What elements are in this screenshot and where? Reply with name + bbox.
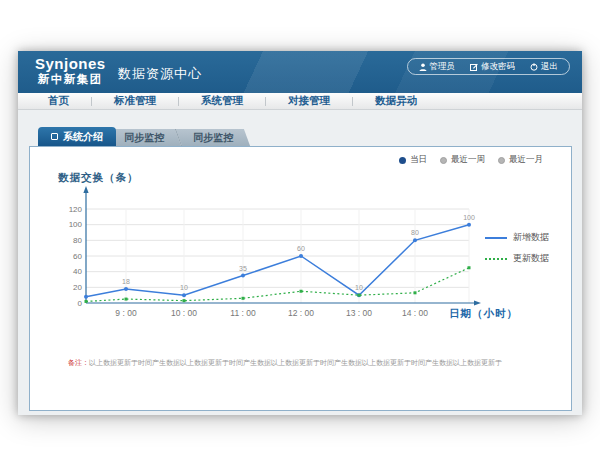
svg-text:11 : 00: 11 : 00 bbox=[230, 308, 256, 318]
tab-system-intro[interactable]: 系统介绍 bbox=[38, 127, 116, 146]
radio-dot-icon bbox=[498, 157, 505, 164]
filter-last-week[interactable]: 最近一周 bbox=[440, 154, 485, 166]
filter-label: 最近一月 bbox=[509, 154, 543, 166]
svg-text:80: 80 bbox=[411, 229, 419, 236]
nav-item-system-mgmt[interactable]: 系统管理 bbox=[179, 94, 265, 108]
svg-text:0: 0 bbox=[78, 299, 83, 308]
filter-last-month[interactable]: 最近一月 bbox=[498, 154, 543, 166]
page-title: 数据资源中心 bbox=[118, 65, 202, 83]
svg-text:120: 120 bbox=[69, 205, 83, 214]
document-icon bbox=[51, 133, 58, 140]
user-menu: 管理员 修改密码 退出 bbox=[407, 58, 571, 75]
legend-item-updated-data: 更新数据 bbox=[485, 252, 549, 265]
svg-text:10: 10 bbox=[180, 284, 188, 291]
tab-label: 系统介绍 bbox=[63, 130, 103, 144]
footnote-text: 以上数据更新于时间产生数据以上数据更新于时间产生数据以上数据更新于时间产生数据以… bbox=[89, 359, 502, 366]
line-chart: 0204060801001209 : 0010 : 0011 : 0012 : … bbox=[68, 186, 548, 346]
main-nav: 首页 标准管理 系统管理 对接管理 数据异动 bbox=[18, 93, 582, 110]
radio-dot-icon bbox=[440, 157, 447, 164]
change-password-button[interactable]: 修改密码 bbox=[470, 61, 515, 73]
radio-dot-icon bbox=[399, 157, 406, 164]
svg-text:60: 60 bbox=[73, 252, 82, 261]
power-icon bbox=[530, 63, 538, 71]
legend-label: 新增数据 bbox=[513, 231, 549, 244]
svg-text:80: 80 bbox=[73, 236, 82, 245]
tab-label: 同步监控 bbox=[124, 131, 164, 145]
tab-label: 同步监控 bbox=[193, 131, 233, 145]
content-area: 系统介绍 同步监控 同步监控 当日 最近一周 最近一月 数据交换（条） 0204… bbox=[18, 110, 582, 415]
nav-item-data-change[interactable]: 数据异动 bbox=[353, 94, 439, 108]
logo-text-en: Synjones bbox=[35, 56, 106, 73]
legend-label: 更新数据 bbox=[513, 252, 549, 265]
svg-text:10 : 00: 10 : 00 bbox=[171, 308, 197, 318]
user-label: 管理员 bbox=[430, 61, 456, 73]
app-window: Synjones 新中新集团 数据资源中心 管理员 修改密码 退出 首页 标准管… bbox=[18, 51, 582, 415]
y-axis-title: 数据交换（条） bbox=[58, 171, 139, 185]
footnote-label: 备注： bbox=[68, 359, 89, 366]
x-axis-title: 日期（小时） bbox=[449, 307, 518, 321]
svg-text:100: 100 bbox=[463, 214, 475, 221]
svg-text:60: 60 bbox=[297, 245, 305, 252]
edit-icon bbox=[470, 63, 478, 71]
footnote: 备注：以上数据更新于时间产生数据以上数据更新于时间产生数据以上数据更新于时间产生… bbox=[68, 358, 502, 368]
logout-label: 退出 bbox=[541, 61, 558, 73]
tab-bar: 系统介绍 同步监控 同步监控 bbox=[38, 127, 247, 146]
range-filter: 当日 最近一周 最近一月 bbox=[399, 154, 543, 166]
dotted-line-icon bbox=[485, 258, 507, 260]
nav-item-home[interactable]: 首页 bbox=[26, 94, 91, 108]
chart-panel: 当日 最近一周 最近一月 数据交换（条） 0204060801001209 : … bbox=[29, 146, 572, 411]
svg-text:40: 40 bbox=[73, 267, 82, 276]
svg-text:35: 35 bbox=[239, 265, 247, 272]
svg-text:13 : 00: 13 : 00 bbox=[346, 308, 372, 318]
logo: Synjones 新中新集团 bbox=[35, 56, 106, 85]
filter-label: 最近一周 bbox=[451, 154, 485, 166]
svg-text:12 : 00: 12 : 00 bbox=[288, 308, 314, 318]
user-button[interactable]: 管理员 bbox=[419, 61, 456, 73]
svg-text:100: 100 bbox=[69, 220, 83, 229]
filter-today[interactable]: 当日 bbox=[399, 154, 427, 166]
logo-text-cn: 新中新集团 bbox=[35, 73, 106, 86]
legend-item-new-data: 新增数据 bbox=[485, 231, 549, 244]
app-header: Synjones 新中新集团 数据资源中心 管理员 修改密码 退出 bbox=[18, 51, 582, 93]
nav-item-interface-mgmt[interactable]: 对接管理 bbox=[266, 94, 352, 108]
svg-text:14 : 00: 14 : 00 bbox=[402, 308, 428, 318]
svg-text:10: 10 bbox=[355, 284, 363, 291]
series-legend: 新增数据 更新数据 bbox=[485, 231, 549, 273]
solid-line-icon bbox=[485, 237, 507, 239]
tab-sync-monitor-2[interactable]: 同步监控 bbox=[175, 129, 250, 146]
nav-item-standard-mgmt[interactable]: 标准管理 bbox=[92, 94, 178, 108]
svg-text:20: 20 bbox=[73, 283, 82, 292]
inactive-tabs: 同步监控 同步监控 bbox=[107, 129, 250, 146]
user-icon bbox=[419, 63, 427, 71]
tab-sync-monitor-1[interactable]: 同步监控 bbox=[107, 129, 181, 146]
logout-button[interactable]: 退出 bbox=[530, 61, 558, 73]
filter-label: 当日 bbox=[410, 154, 427, 166]
change-password-label: 修改密码 bbox=[481, 61, 515, 73]
svg-text:18: 18 bbox=[122, 278, 130, 285]
svg-text:9 : 00: 9 : 00 bbox=[115, 308, 137, 318]
